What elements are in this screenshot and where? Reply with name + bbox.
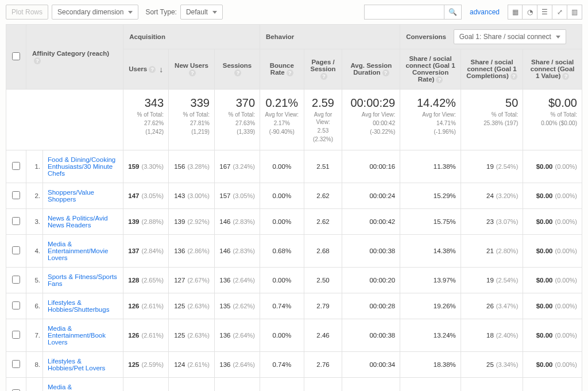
cell-completions: 24(3.20%) (461, 183, 523, 209)
goal-selector-label: Goal 1: Share / social connect (459, 33, 551, 41)
cell-duration: 00:00:38 (342, 235, 400, 268)
cell-conv-rate: 13.97% (400, 268, 461, 293)
cell-sessions: 135(2.62%) (214, 378, 260, 392)
cell-completions: 26(3.47%) (461, 293, 523, 319)
cell-value: $0.00(0.00%) (523, 319, 582, 352)
help-icon[interactable]: ? (34, 57, 41, 64)
cell-duration: 00:00:24 (342, 378, 400, 392)
row-checkbox[interactable] (12, 360, 20, 368)
row-checkbox[interactable] (12, 276, 20, 284)
row-dimension-link[interactable]: News & Politics/Avid News Readers (43, 209, 123, 235)
col-duration[interactable]: Avg. Session Duration? (342, 49, 400, 90)
total-users: 343% of Total:27.62%(1,242) (123, 90, 169, 150)
cell-users: 139(2.88%) (123, 209, 169, 235)
cell-duration: 00:00:38 (342, 319, 400, 352)
col-bounce[interactable]: Bounce Rate? (260, 49, 304, 90)
row-dimension-link[interactable]: Shoppers/Value Shoppers (43, 183, 123, 209)
help-icon[interactable]: ? (562, 73, 569, 80)
col-conv-rate-label: Share / social connect (Goal 1 Conversio… (405, 55, 455, 83)
total-value: $0.00% of Total:0.00% ($0.00) (523, 90, 582, 150)
row-index: 7. (26, 319, 43, 352)
row-dimension-link[interactable]: Media & Entertainment/Movie Lovers (43, 235, 123, 268)
advanced-link[interactable]: advanced (470, 8, 500, 16)
col-new-users[interactable]: New Users? (169, 49, 215, 90)
row-dimension-link[interactable]: Lifestyles & Hobbies/Shutterbugs (43, 293, 123, 319)
toolbar: Plot Rows Secondary dimension Sort Type:… (6, 2, 582, 24)
row-dimension-link[interactable]: Media & Entertainment/Book Lovers (43, 319, 123, 352)
col-users[interactable]: Users?↓ (123, 49, 169, 90)
behavior-group-header: Behavior (260, 25, 400, 49)
cell-users: 159(3.30%) (123, 150, 169, 183)
help-icon[interactable]: ? (189, 69, 196, 76)
col-pages[interactable]: Pages / Session? (304, 49, 342, 90)
table-row: 7.Media & Entertainment/Book Lovers126(2… (6, 319, 582, 352)
search-button[interactable]: 🔍 (444, 5, 462, 20)
select-all-checkbox[interactable] (12, 52, 20, 60)
row-index: 2. (26, 183, 43, 209)
cell-bounce: 0.00% (260, 183, 304, 209)
row-dimension-link[interactable]: Sports & Fitness/Sports Fans (43, 268, 123, 293)
caret-down-icon (128, 11, 133, 14)
cell-value: $0.00(0.00%) (523, 268, 582, 293)
secondary-dimension-dropdown[interactable]: Secondary dimension (52, 5, 138, 20)
cell-bounce: 0.74% (260, 293, 304, 319)
row-checkbox[interactable] (12, 331, 20, 339)
row-checkbox[interactable] (12, 191, 20, 199)
help-icon[interactable]: ? (382, 69, 389, 76)
cell-new-users: 120(2.52%) (169, 378, 215, 392)
row-dimension-link[interactable]: Media & Entertainment/Music Lovers (43, 378, 123, 392)
view-performance-icon[interactable]: ☰ (537, 5, 552, 20)
cell-value: $0.00(0.00%) (523, 293, 582, 319)
view-pie-icon[interactable]: ◔ (523, 5, 537, 20)
row-dimension-link[interactable]: Food & Dining/Cooking Enthusiasts/30 Min… (43, 150, 123, 183)
cell-conv-rate: 19.26% (400, 293, 461, 319)
help-icon[interactable]: ? (287, 69, 293, 76)
dimension-header[interactable]: Affinity Category (reach)? (26, 25, 123, 90)
cell-value: $0.00(0.00%) (523, 352, 582, 378)
col-conv-rate[interactable]: Share / social connect (Goal 1 Conversio… (400, 49, 461, 90)
row-index: 3. (26, 209, 43, 235)
goal-selector-dropdown[interactable]: Goal 1: Share / social connect (454, 29, 566, 44)
cell-users: 126(2.61%) (123, 293, 169, 319)
view-comparison-icon[interactable]: ⤢ (552, 5, 567, 20)
help-icon[interactable]: ? (149, 66, 156, 73)
row-checkbox[interactable] (12, 301, 20, 309)
cell-pages: 2.46 (304, 319, 342, 352)
cell-users: 147(3.05%) (123, 183, 169, 209)
search-icon: 🔍 (448, 8, 457, 16)
cell-completions: 23(3.07%) (461, 209, 523, 235)
cell-conv-rate: 11.38% (400, 150, 461, 183)
cell-value: $0.00(0.00%) (523, 378, 582, 392)
cell-new-users: 139(2.92%) (169, 209, 215, 235)
row-checkbox[interactable] (12, 162, 20, 170)
help-icon[interactable]: ? (234, 69, 241, 76)
help-icon[interactable]: ? (320, 73, 327, 80)
view-pivot-icon[interactable]: ▥ (567, 5, 582, 20)
col-completions[interactable]: Share / social connect (Goal 1 Completio… (461, 49, 523, 90)
sort-desc-icon: ↓ (159, 65, 163, 74)
sort-type-dropdown[interactable]: Default (180, 5, 223, 20)
cell-sessions: 135(2.62%) (214, 293, 260, 319)
table-row: 1.Food & Dining/Cooking Enthusiasts/30 M… (6, 150, 582, 183)
view-table-icon[interactable]: ▦ (508, 5, 523, 20)
col-sessions[interactable]: Sessions? (214, 49, 260, 90)
row-dimension-link[interactable]: Lifestyles & Hobbies/Pet Lovers (43, 352, 123, 378)
cell-new-users: 124(2.61%) (169, 352, 215, 378)
row-checkbox[interactable] (12, 246, 20, 254)
row-index: 1. (26, 150, 43, 183)
total-conv-rate: 14.42%Avg for View:14.71%(-1.96%) (400, 90, 461, 150)
col-completions-label: Share / social connect (Goal 1 Completio… (466, 59, 516, 79)
cell-conv-rate: 14.81% (400, 378, 461, 392)
row-checkbox[interactable] (12, 217, 20, 225)
cell-completions: 19(2.54%) (461, 150, 523, 183)
row-index: 8. (26, 352, 43, 378)
plot-rows-button[interactable]: Plot Rows (6, 5, 48, 20)
cell-duration: 00:00:24 (342, 183, 400, 209)
cell-duration: 00:00:28 (342, 293, 400, 319)
cell-sessions: 136(2.64%) (214, 352, 260, 378)
col-sessions-label: Sessions (223, 62, 252, 69)
col-value[interactable]: Share / social connect (Goal 1 Value)? (523, 49, 582, 90)
help-icon[interactable]: ? (436, 76, 443, 83)
help-icon[interactable]: ? (510, 73, 517, 80)
search-input[interactable] (364, 5, 444, 20)
